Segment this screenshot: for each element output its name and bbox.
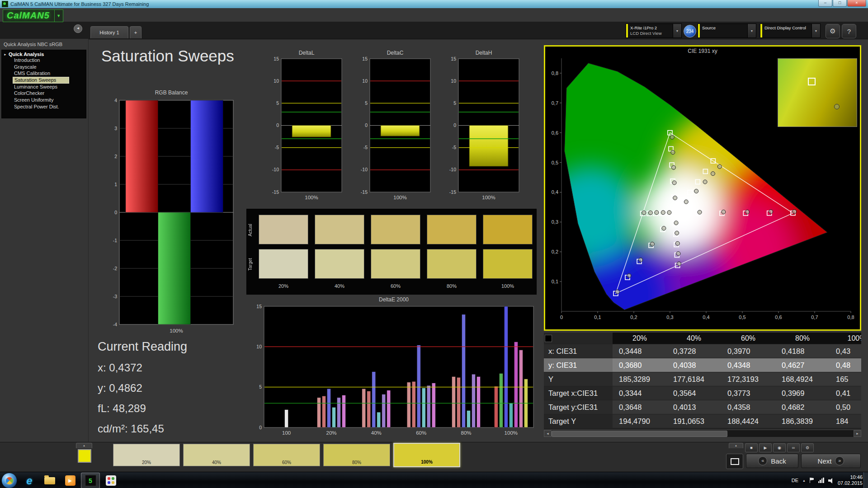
swatch-col-label: 100% xyxy=(483,283,533,289)
inset-measured-marker xyxy=(834,104,840,109)
transport-panel-expand[interactable]: ▲ xyxy=(729,443,743,448)
start-button[interactable] xyxy=(1,473,17,488)
meter-chevron-icon[interactable]: ▼ xyxy=(673,24,681,38)
svg-text:10: 10 xyxy=(362,78,368,84)
table-row[interactable]: Y185,3289177,6184172,3193168,4924165 xyxy=(544,372,861,386)
display-window-button[interactable] xyxy=(726,454,743,469)
tree-root-quick-analysis[interactable]: ► Quick Analysis xyxy=(4,52,86,57)
sidebar-item-introduction[interactable]: Introduction xyxy=(13,57,68,64)
taskbar-calman-icon[interactable]: 5 xyxy=(81,473,100,488)
folder-icon xyxy=(44,477,55,484)
saturation-filmstrip: 20%40%60%80%100% xyxy=(113,444,460,467)
delta-c-chart: DeltaC 151050-5-10-15 100% xyxy=(357,50,433,200)
patch-panel-expand[interactable]: ▲ xyxy=(76,443,92,448)
table-cell: 191,0653 xyxy=(667,414,721,428)
next-button[interactable]: Next » xyxy=(801,454,861,468)
sidebar-item-grayscale[interactable]: Grayscale xyxy=(13,64,68,70)
table-cell: 0,4348 xyxy=(721,358,775,372)
help-button[interactable]: ? xyxy=(842,24,856,38)
tray-expand-icon[interactable]: ▲ xyxy=(802,479,806,482)
logo-dropdown-icon[interactable]: ▼ xyxy=(55,9,63,22)
table-row[interactable]: x: CIE310,34480,37280,39700,41880,43 xyxy=(544,344,861,358)
play-button[interactable]: ▶ xyxy=(759,443,772,452)
svg-text:-5: -5 xyxy=(275,145,279,150)
stop-button[interactable]: ■ xyxy=(745,443,758,452)
svg-text:0,1: 0,1 xyxy=(552,279,558,284)
scroll-right-icon[interactable]: ► xyxy=(854,430,861,437)
volume-icon[interactable] xyxy=(828,478,834,483)
display-control-dropdown[interactable]: Direct Display Control ▼ xyxy=(760,23,821,38)
actual-swatch-20% xyxy=(259,215,308,244)
sidebar-item-saturation-sweeps[interactable]: Saturation Sweeps xyxy=(13,77,69,84)
tray-clock[interactable]: 10:46 07.02.2015 xyxy=(838,474,863,486)
filmstrip-thumb-60%[interactable]: 60% xyxy=(253,444,320,466)
table-row[interactable]: y: CIE310,36800,40380,43480,46270,48 xyxy=(544,358,861,372)
sidebar-tree-items: IntroductionGrayscaleCMS CalibrationSatu… xyxy=(4,57,86,110)
scroll-left-icon[interactable]: ◄ xyxy=(544,430,552,437)
sidebar-collapse-button[interactable]: ◄ xyxy=(74,24,82,33)
actual-swatch-40% xyxy=(315,215,364,244)
meter-dropdown[interactable]: X-Rite i1Pro 2 LCD Direct View ▼ xyxy=(626,23,682,38)
svg-text:-3: -3 xyxy=(113,294,117,299)
swatch-comparison-panel: ActualTarget20%40%60%80%100% xyxy=(246,209,537,295)
table-cell: 184 xyxy=(830,414,861,428)
action-center-icon[interactable] xyxy=(810,478,814,483)
calman-logo[interactable]: CalMAN5 ▼ xyxy=(3,9,63,22)
taskbar-explorer-icon[interactable] xyxy=(40,473,59,488)
svg-text:0,4: 0,4 xyxy=(552,189,558,195)
back-button[interactable]: « Back xyxy=(746,454,798,468)
tab-add-button[interactable]: + xyxy=(130,26,142,38)
taskbar-media-icon[interactable]: ▶ xyxy=(61,473,80,488)
table-row[interactable]: Target y:CIE310,36480,40130,43580,46820,… xyxy=(544,400,861,414)
sidebar-item-colorchecker[interactable]: ColorChecker xyxy=(13,90,68,97)
table-row[interactable]: Target x:CIE310,33440,35640,37730,39690,… xyxy=(544,386,861,400)
taskbar-ie-icon[interactable]: e xyxy=(20,473,39,488)
source-dropdown[interactable]: Source ▼ xyxy=(698,23,756,38)
close-button[interactable]: × xyxy=(847,0,866,7)
svg-text:4: 4 xyxy=(114,98,117,103)
taskbar-paint-icon[interactable] xyxy=(101,473,120,488)
tab-history-1[interactable]: History 1 xyxy=(90,26,128,38)
display-control-chevron-icon[interactable]: ▼ xyxy=(811,24,820,38)
actual-swatch-80% xyxy=(427,215,476,244)
transport-gear-button[interactable]: ⚙ xyxy=(801,443,814,452)
minimize-button[interactable]: – xyxy=(818,0,832,7)
filmstrip-thumb-100%[interactable]: 100% xyxy=(393,443,460,467)
svg-text:-5: -5 xyxy=(363,145,368,150)
settings-gear-button[interactable]: ⚙ xyxy=(826,24,840,38)
show-desktop-button[interactable] xyxy=(863,472,868,488)
svg-text:5: 5 xyxy=(259,384,262,389)
table-row[interactable]: Target Y194,4790191,0653188,4424186,3839… xyxy=(544,414,861,428)
network-icon[interactable] xyxy=(818,478,824,483)
camera-button[interactable]: ◉ xyxy=(773,443,786,452)
svg-text:-10: -10 xyxy=(361,167,368,172)
sidebar-item-luminance-sweeps[interactable]: Luminance Sweeps xyxy=(13,84,68,90)
scroll-track[interactable] xyxy=(552,430,854,437)
table-cell: 0,4013 xyxy=(667,400,721,414)
language-indicator[interactable]: DE xyxy=(792,478,798,483)
meter-count-badge[interactable]: 234 xyxy=(684,25,696,38)
source-chevron-icon[interactable]: ▼ xyxy=(747,24,756,38)
cie-table: 20%40%60%80%100%x: CIE310,34480,37280,39… xyxy=(544,333,861,429)
table-cell: 188,4424 xyxy=(721,414,775,428)
table-cell: 194,4790 xyxy=(613,414,667,428)
scroll-thumb[interactable] xyxy=(552,431,727,437)
filmstrip-thumb-40%[interactable]: 40% xyxy=(183,444,250,466)
table-hscrollbar[interactable]: ◄ ► xyxy=(544,430,861,437)
tree-expand-icon[interactable]: ► xyxy=(4,53,7,56)
sidebar-item-screen-uniformity[interactable]: Screen Uniformity xyxy=(13,97,68,103)
table-corner-icon xyxy=(545,335,552,342)
cie-title: CIE 1931 xy xyxy=(545,47,860,55)
sidebar-item-cms-calibration[interactable]: CMS Calibration xyxy=(13,70,68,77)
filmstrip-thumb-20%[interactable]: 20% xyxy=(113,444,180,466)
delta-l-title: DeltaL xyxy=(269,50,344,57)
svg-text:80%: 80% xyxy=(461,430,471,436)
table-cell: 0,4038 xyxy=(667,358,721,372)
svg-text:60%: 60% xyxy=(416,430,426,436)
table-cell: 0,3728 xyxy=(667,344,721,358)
link-button[interactable]: ∞ xyxy=(787,443,800,452)
filmstrip-thumb-80%[interactable]: 80% xyxy=(323,444,390,466)
maximize-button[interactable]: □ xyxy=(833,0,847,7)
filmstrip-thumb-label: 80% xyxy=(324,460,390,465)
sidebar-item-spectral-power-dist-[interactable]: Spectral Power Dist. xyxy=(13,103,68,110)
